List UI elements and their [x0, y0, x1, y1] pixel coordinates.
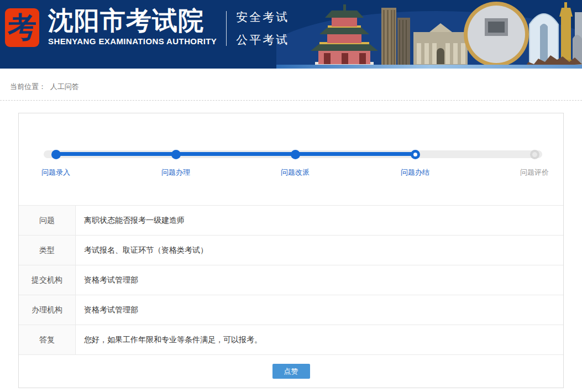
breadcrumb-prefix: 当前位置：	[10, 82, 46, 91]
row-value: 您好，如果工作年限和专业等条件满足，可以报考。	[76, 325, 563, 354]
row-value: 离职状态能否报考一级建造师	[76, 206, 563, 235]
site-title: 沈阳市考试院	[48, 7, 217, 34]
stepper-progress-bar	[56, 152, 415, 156]
row-value: 考试报名、取证环节（资格类考试）	[76, 236, 563, 265]
step-label: 问题改派	[281, 168, 310, 177]
step-label: 问题评价	[520, 168, 549, 177]
site-logo-seal-icon[interactable]: 考	[5, 8, 39, 47]
breadcrumb: 当前位置： 人工问答	[0, 69, 582, 101]
slogan-line-2: 公平考试	[236, 32, 289, 48]
row-label: 办理机构	[19, 295, 76, 325]
step-dot-icon	[51, 150, 61, 159]
row-label: 问题	[19, 206, 76, 235]
city-landmarks-illustration	[276, 0, 582, 69]
table-row-type: 类型 考试报名、取证环节（资格类考试）	[19, 236, 563, 265]
row-label: 提交机构	[19, 265, 76, 295]
header-divider	[226, 11, 227, 46]
table-row-submit-org: 提交机构 资格考试管理部	[19, 265, 563, 295]
row-value: 资格考试管理部	[76, 295, 563, 325]
table-row-question: 问题 离职状态能否报考一级建造师	[19, 206, 563, 236]
qa-detail-table: 问题 离职状态能否报考一级建造师 类型 考试报名、取证环节（资格类考试） 提交机…	[19, 205, 563, 355]
breadcrumb-current: 人工问答	[50, 82, 79, 91]
step-dot-icon	[411, 150, 420, 159]
stepper-step-2: 问题办理	[161, 150, 190, 177]
table-row-handle-org: 办理机构 资格考试管理部	[19, 295, 563, 325]
step-dot-icon	[291, 150, 300, 159]
step-dot-icon	[530, 150, 539, 159]
row-label: 答复	[19, 325, 76, 354]
site-subtitle: SHENYANG EXAMINATIONS AUTHORITY	[48, 36, 217, 46]
row-value: 资格考试管理部	[76, 265, 563, 295]
stepper-step-5: 问题评价	[520, 150, 549, 177]
actions-bar: 点赞	[19, 355, 563, 388]
site-header: 考 沈阳市考试院 SHENYANG EXAMINATIONS AUTHORITY…	[0, 0, 582, 69]
stepper-step-3: 问题改派	[281, 150, 310, 177]
row-label: 类型	[19, 236, 76, 265]
qa-detail-panel: 问题录入 问题办理 问题改派 问题办结 问题评价 问题 离职状态能否报考一级建造…	[18, 113, 564, 388]
slogan-line-1: 安全考试	[236, 9, 289, 25]
stepper-step-1: 问题录入	[41, 150, 70, 177]
step-dot-icon	[171, 150, 181, 159]
step-label: 问题录入	[41, 168, 70, 177]
header-slogan: 安全考试 公平考试	[236, 9, 289, 48]
progress-stepper: 问题录入 问题办理 问题改派 问题办结 问题评价	[19, 113, 563, 205]
table-row-reply: 答复 您好，如果工作年限和专业等条件满足，可以报考。	[19, 325, 563, 355]
site-title-block: 沈阳市考试院 SHENYANG EXAMINATIONS AUTHORITY	[48, 7, 217, 46]
step-label: 问题办理	[161, 168, 190, 177]
step-label: 问题办结	[401, 168, 429, 177]
stepper-step-4: 问题办结	[401, 150, 429, 177]
like-button[interactable]: 点赞	[272, 364, 310, 379]
